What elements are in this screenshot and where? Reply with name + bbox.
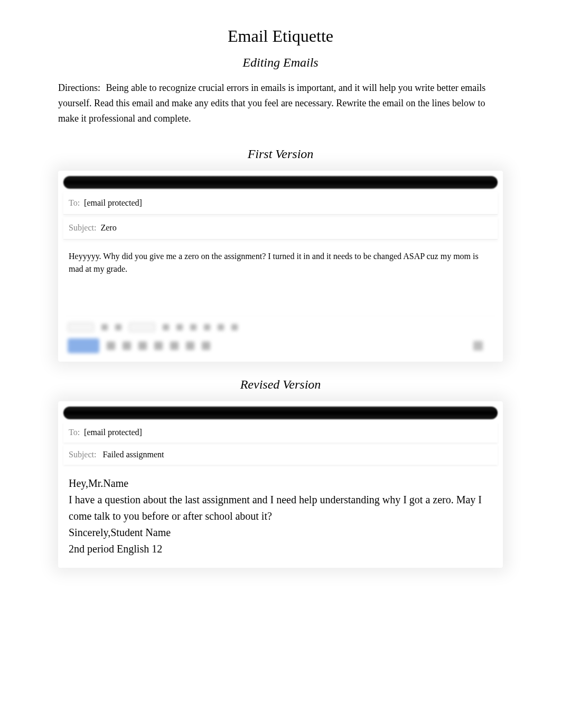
revised-paragraph: I have a question about the last assignm…	[69, 492, 492, 524]
to-value: [email protected]	[84, 198, 142, 208]
revised-greeting: Hey,Mr.Name	[69, 475, 492, 492]
to-field-row: To: [email protected]	[63, 192, 498, 215]
revised-signoff: Sincerely,Student Name	[69, 524, 492, 541]
font-selector-icon	[68, 322, 94, 332]
attach-icon	[107, 342, 115, 350]
to-field-row-revised: To:[email protected]	[63, 422, 498, 443]
first-version-body: Heyyyyy. Why did you give me a zero on t…	[63, 242, 498, 316]
quote-icon	[231, 324, 238, 330]
indent-icon	[218, 324, 224, 330]
directions-text: Being able to recognize crucial errors i…	[58, 82, 485, 124]
format-toolbar-row	[68, 321, 493, 333]
email-window-titlebar-revised	[63, 407, 498, 419]
color-icon	[176, 324, 183, 330]
send-button	[68, 338, 99, 353]
subject-value: Zero	[100, 223, 116, 233]
page-title: Email Etiquette	[58, 26, 503, 46]
subject-label: Subject:	[69, 223, 96, 233]
directions-label: Directions:	[58, 82, 100, 93]
image-icon	[170, 342, 179, 350]
subject-value-revised: Failed assignment	[102, 450, 164, 459]
to-label: To:	[69, 198, 80, 208]
page-subtitle: Editing Emails	[58, 56, 503, 70]
more-icon	[202, 342, 210, 350]
first-version-header: First Version	[58, 147, 503, 161]
subject-field-row: Subject: Zero	[63, 217, 498, 239]
titlebar-blurred-text	[79, 179, 81, 186]
align-icon	[190, 324, 197, 330]
emoji-icon	[138, 342, 147, 350]
revised-version-header: Revised Version	[58, 377, 503, 392]
italic-icon	[115, 324, 121, 330]
first-version-email: To: [email protected] Subject: Zero Heyy…	[58, 171, 503, 362]
lock-icon	[186, 342, 194, 350]
send-toolbar-row	[68, 338, 493, 353]
compose-toolbar-blurred	[63, 316, 498, 356]
to-label-revised: To:	[69, 428, 80, 437]
email-window-titlebar	[63, 176, 498, 189]
bold-icon	[101, 324, 108, 330]
list-icon	[204, 324, 210, 330]
size-selector-icon	[129, 322, 155, 332]
titlebar-blurred-text-revised	[79, 410, 81, 416]
subject-label-revised: Subject:	[69, 450, 96, 459]
drive-icon	[154, 342, 163, 350]
revised-version-body: Hey,Mr.Name I have a question about the …	[63, 467, 498, 563]
revised-version-email: To:[email protected] Subject: Failed ass…	[58, 401, 503, 568]
directions-block: Directions: Being able to recognize cruc…	[58, 80, 503, 126]
subject-field-row-revised: Subject: Failed assignment	[63, 445, 498, 465]
underline-icon	[163, 324, 169, 330]
link-icon	[123, 342, 131, 350]
trash-icon	[473, 341, 483, 351]
to-value-revised: [email protected]	[84, 428, 142, 437]
revised-class-info: 2nd period English 12	[69, 541, 492, 557]
